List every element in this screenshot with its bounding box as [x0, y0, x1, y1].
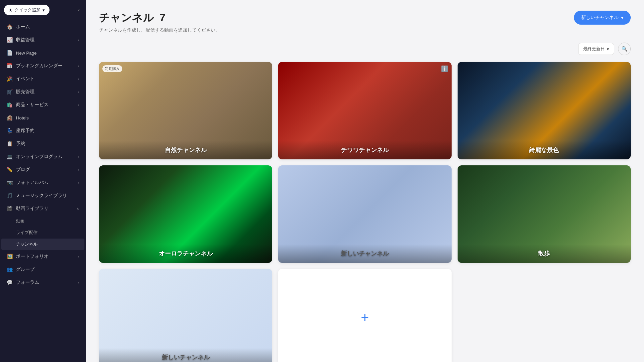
sidebar: ★ クイック追加 ▾ ‹ 🏠 ホーム 📈 収益管理 › 📄 New Page [0, 0, 86, 362]
channel-label: 散歩 [458, 244, 631, 263]
chevron-icon: › [78, 168, 79, 172]
nav-item-left: 💺 座席予約 [7, 128, 35, 134]
channel-card-nature[interactable]: 定期購入自然チャンネル [99, 62, 272, 159]
chevron-down-icon: ▾ [621, 15, 623, 20]
nav-label: オンラインプログラム [16, 154, 62, 160]
sidebar-collapse-button[interactable]: ‹ [76, 6, 82, 14]
nav-label: 収益管理 [16, 37, 35, 43]
channel-card-aurora[interactable]: オーロラチャンネル [99, 165, 272, 263]
chevron-icon: › [78, 90, 79, 94]
chevron-icon: › [78, 255, 79, 259]
page-subtitle: チャンネルを作成し、配信する動画を追加してください。 [99, 27, 220, 33]
sidebar-item-hotels[interactable]: 🏨 Hotels [1, 111, 84, 124]
new-page-icon: 📄 [7, 50, 13, 56]
nav-label: フォーラム [16, 279, 39, 285]
nav-item-left: 📋 予約 [7, 141, 25, 147]
sidebar-item-photo[interactable]: 📷 フォトアルバム › [1, 176, 84, 189]
sidebar-sub-item-videos[interactable]: 動画 [1, 215, 84, 227]
channel-card-plus[interactable]: + [278, 269, 451, 362]
nav-item-left: 🛍️ 商品・サービス [7, 102, 49, 108]
nav-item-left: 🎬 動画ライブラリ [7, 206, 49, 212]
main-content: チャンネル 7 チャンネルを作成し、配信する動画を追加してください。 新しいチャ… [86, 0, 644, 362]
quick-add-label: クイック追加 [15, 7, 41, 13]
sidebar-item-music[interactable]: 🎵 ミュージックライブラリ [1, 189, 84, 202]
card-background: ℹ️チワワチャンネル [278, 62, 451, 159]
sidebar-sub-item-channels[interactable]: チャンネル [1, 239, 84, 250]
products-icon: 🛍️ [7, 102, 13, 108]
chevron-down-icon: ▾ [43, 8, 45, 13]
new-channel-button[interactable]: 新しいチャンネル ▾ [574, 11, 631, 25]
nav-item-left: 💻 オンラインプログラム [7, 154, 62, 160]
chevron-icon: › [78, 64, 79, 68]
channel-grid: 定期購入自然チャンネルℹ️チワワチャンネル綺麗な景色オーロラチャンネル新しいチャ… [99, 62, 631, 362]
channel-card-walk[interactable]: 散歩 [458, 165, 631, 263]
nav-label: 動画ライブラリ [16, 206, 49, 212]
booking-icon: 📅 [7, 63, 13, 69]
channel-card-new2[interactable]: 新しいチャンネル [99, 269, 272, 362]
online-icon: 💻 [7, 154, 13, 160]
sidebar-item-forum[interactable]: 💬 フォーラム › [1, 276, 84, 289]
sidebar-sub-item-live[interactable]: ライブ配信 [1, 227, 84, 238]
chevron-icon: ∧ [76, 207, 79, 211]
music-icon: 🎵 [7, 193, 13, 199]
sidebar-item-home[interactable]: 🏠 ホーム [1, 21, 84, 33]
card-background: 新しいチャンネル [278, 165, 451, 263]
nav-label: ホーム [16, 24, 30, 30]
channel-card-scenic[interactable]: 綺麗な景色 [458, 62, 631, 159]
nav-label: 販売管理 [16, 89, 35, 95]
search-button[interactable]: 🔍 [618, 43, 631, 55]
sort-dropdown[interactable]: 最終更新日 ▾ [578, 43, 614, 55]
new-channel-label: 新しいチャンネル [581, 15, 618, 21]
nav-item-left: 🖼️ ポートフォリオ [7, 254, 49, 260]
reserve-icon: 📋 [7, 141, 13, 147]
hotels-icon: 🏨 [7, 115, 13, 121]
sidebar-item-products[interactable]: 🛍️ 商品・サービス › [1, 98, 84, 111]
sidebar-item-reserve[interactable]: 📋 予約 [1, 137, 84, 150]
nav-item-left: ✏️ ブログ [7, 167, 30, 173]
nav-item-left: 📷 フォトアルバム [7, 180, 49, 186]
nav-label: ミュージックライブラリ [16, 193, 67, 199]
channel-label: チワワチャンネル [278, 141, 451, 159]
blog-icon: ✏️ [7, 167, 13, 173]
chevron-icon: › [78, 181, 79, 185]
sidebar-item-online[interactable]: 💻 オンラインプログラム › [1, 150, 84, 163]
channel-label: オーロラチャンネル [99, 244, 272, 263]
nav-item-left: 🏨 Hotels [7, 115, 29, 121]
nav-item-left: 📅 ブッキングカレンダー [7, 63, 62, 69]
nav-label: ポートフォリオ [16, 254, 49, 260]
card-background: 散歩 [458, 165, 631, 263]
sidebar-item-events[interactable]: 🎉 イベント › [1, 73, 84, 85]
nav-item-left: 👥 グループ [7, 267, 35, 272]
card-background: 新しいチャンネル [99, 269, 272, 362]
sidebar-item-sales[interactable]: 🛒 販売管理 › [1, 86, 84, 98]
sidebar-item-video[interactable]: 🎬 動画ライブラリ ∧ [1, 202, 84, 215]
nav-items: 🏠 ホーム 📈 収益管理 › 📄 New Page 📅 ブッキングカレンダー › [0, 20, 86, 289]
sidebar-item-booking[interactable]: 📅 ブッキングカレンダー › [1, 60, 84, 72]
info-icon[interactable]: ℹ️ [441, 65, 448, 73]
revenue-icon: 📈 [7, 37, 13, 43]
sidebar-item-groups[interactable]: 👥 グループ [1, 263, 84, 276]
sidebar-item-blog[interactable]: ✏️ ブログ › [1, 163, 84, 176]
quick-add-button[interactable]: ★ クイック追加 ▾ [4, 5, 50, 15]
nav-label: グループ [16, 267, 35, 272]
page-title-text: チャンネル [99, 12, 154, 24]
page-header: チャンネル 7 チャンネルを作成し、配信する動画を追加してください。 新しいチャ… [99, 11, 631, 33]
sidebar-item-revenue[interactable]: 📈 収益管理 › [1, 34, 84, 46]
channel-card-chiwa[interactable]: ℹ️チワワチャンネル [278, 62, 451, 159]
channel-label: 新しいチャンネル [99, 348, 272, 362]
nav-item-left: 🛒 販売管理 [7, 89, 35, 95]
channel-label: 新しいチャンネル [278, 244, 451, 263]
nav-item-left: 🏠 ホーム [7, 24, 30, 30]
card-background: オーロラチャンネル [99, 165, 272, 263]
chevron-icon: › [78, 280, 79, 284]
chevron-icon: › [78, 38, 79, 42]
sidebar-item-new-page[interactable]: 📄 New Page [1, 47, 84, 59]
sidebar-item-portfolio[interactable]: 🖼️ ポートフォリオ › [1, 250, 84, 263]
chevron-icon: › [78, 155, 79, 159]
card-background: 定期購入自然チャンネル [99, 62, 272, 159]
channel-card-new1[interactable]: 新しいチャンネル [278, 165, 451, 263]
events-icon: 🎉 [7, 76, 13, 82]
channel-label: 綺麗な景色 [458, 141, 631, 159]
forum-icon: 💬 [7, 279, 13, 285]
sidebar-item-seat[interactable]: 💺 座席予約 [1, 124, 84, 137]
